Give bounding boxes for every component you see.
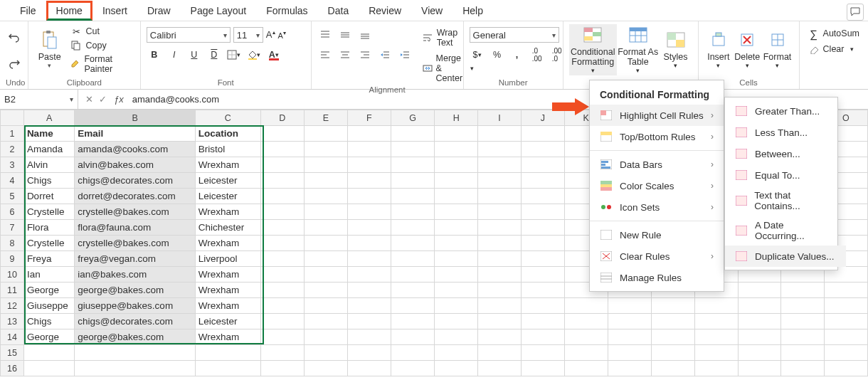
cell[interactable]: Location: [195, 126, 260, 142]
cell[interactable]: [304, 189, 347, 204]
cell[interactable]: [347, 126, 391, 142]
cell[interactable]: [435, 157, 478, 173]
cell[interactable]: [608, 314, 651, 329]
cell[interactable]: [651, 361, 694, 376]
cell[interactable]: [478, 251, 522, 267]
menu-top-bottom-rules[interactable]: Top/Bottom Rules›: [590, 126, 724, 147]
cell[interactable]: [651, 329, 694, 345]
delete-cells-button[interactable]: Delete▾: [733, 24, 761, 75]
cell[interactable]: george@bakes.com: [75, 283, 195, 298]
column-header[interactable]: J: [521, 110, 564, 126]
cell[interactable]: [695, 345, 739, 361]
cell[interactable]: [347, 236, 391, 251]
cell[interactable]: [478, 361, 522, 376]
cell[interactable]: [435, 345, 478, 361]
cell[interactable]: [435, 329, 478, 345]
submenu-greater-than[interactable]: Greater Than...: [725, 100, 846, 122]
tab-page-layout[interactable]: Page Layout: [181, 1, 257, 21]
cell[interactable]: [435, 236, 478, 251]
align-top-button[interactable]: [317, 27, 333, 43]
cell[interactable]: [521, 236, 564, 251]
cell[interactable]: [75, 345, 195, 361]
cell[interactable]: [739, 298, 781, 314]
tab-help[interactable]: Help: [452, 1, 493, 21]
cell[interactable]: [391, 157, 434, 173]
submenu-equal-to[interactable]: Equal To...: [725, 164, 846, 186]
cell[interactable]: [260, 204, 304, 220]
tab-formulas[interactable]: Formulas: [256, 1, 317, 21]
cell[interactable]: [739, 345, 781, 361]
borders-button[interactable]: ▾: [226, 47, 242, 63]
cell[interactable]: Flora: [23, 220, 74, 236]
paste-button[interactable]: Paste ▾: [34, 24, 65, 75]
cell[interactable]: Wrexham: [195, 298, 260, 314]
cut-button[interactable]: ✂ Cut: [68, 25, 134, 38]
submenu-less-than[interactable]: Less Than...: [725, 122, 846, 143]
align-bottom-button[interactable]: [357, 27, 373, 43]
menu-highlight-cell-rules[interactable]: Highlight Cell Rules›: [590, 105, 724, 126]
cell[interactable]: Leicester: [195, 314, 260, 329]
cell[interactable]: [304, 283, 347, 298]
cell[interactable]: [260, 157, 304, 173]
column-header[interactable]: H: [435, 110, 478, 126]
cell[interactable]: [260, 361, 304, 376]
currency-button[interactable]: $▾: [470, 47, 485, 63]
cell[interactable]: [651, 298, 694, 314]
increase-decimal-button[interactable]: .0.00: [529, 47, 545, 63]
cell[interactable]: [781, 345, 824, 361]
cell[interactable]: [260, 173, 304, 189]
row-header[interactable]: 5: [1, 189, 24, 204]
underline-button[interactable]: U: [186, 47, 202, 63]
cell[interactable]: Wrexham: [195, 157, 260, 173]
cell[interactable]: [478, 345, 522, 361]
cell[interactable]: Email: [75, 126, 195, 142]
cell[interactable]: [521, 283, 564, 298]
cell[interactable]: flora@fauna.com: [75, 220, 195, 236]
number-format-select[interactable]: General▾: [470, 27, 559, 43]
cell[interactable]: [608, 329, 651, 345]
cell[interactable]: [195, 361, 260, 376]
cell[interactable]: Liverpool: [195, 251, 260, 267]
cell[interactable]: [304, 173, 347, 189]
cell[interactable]: [521, 251, 564, 267]
cell[interactable]: [478, 204, 522, 220]
tab-file[interactable]: File: [10, 1, 46, 21]
cell[interactable]: freya@vegan.com: [75, 251, 195, 267]
cell[interactable]: [478, 267, 522, 283]
cell[interactable]: [260, 126, 304, 142]
cell[interactable]: [435, 251, 478, 267]
undo-button[interactable]: [8, 31, 21, 44]
cell[interactable]: [347, 329, 391, 345]
cell[interactable]: [260, 251, 304, 267]
row-header[interactable]: 15: [1, 345, 24, 361]
menu-new-rule[interactable]: New Rule: [590, 224, 724, 246]
autosum-button[interactable]: ∑ AutoSum: [805, 27, 862, 40]
cell[interactable]: [435, 267, 478, 283]
cell[interactable]: Name: [23, 126, 74, 142]
cell[interactable]: [824, 361, 867, 376]
cell[interactable]: [521, 189, 564, 204]
cell[interactable]: [347, 251, 391, 267]
cell-styles-button[interactable]: Styles▾: [659, 24, 692, 75]
tab-review[interactable]: Review: [359, 1, 411, 21]
cell[interactable]: [304, 345, 347, 361]
confirm-formula-button[interactable]: ✓: [99, 94, 107, 105]
bold-button[interactable]: B: [147, 47, 162, 63]
cell[interactable]: Leicester: [195, 173, 260, 189]
cell[interactable]: [435, 314, 478, 329]
cell[interactable]: [260, 298, 304, 314]
cell[interactable]: [651, 314, 694, 329]
cell[interactable]: [260, 345, 304, 361]
insert-cells-button[interactable]: Insert▾: [704, 24, 733, 75]
cell[interactable]: [391, 126, 434, 142]
menu-manage-rules[interactable]: Manage Rules: [590, 267, 724, 288]
cell[interactable]: [521, 267, 564, 283]
cell[interactable]: Alvin: [23, 157, 74, 173]
decrease-font-button[interactable]: A▾: [278, 30, 286, 40]
fill-color-button[interactable]: ▾: [246, 47, 262, 63]
cell[interactable]: [695, 329, 739, 345]
cell[interactable]: Ian: [23, 267, 74, 283]
cell[interactable]: [347, 173, 391, 189]
align-right-button[interactable]: [357, 47, 373, 63]
cell[interactable]: [260, 314, 304, 329]
